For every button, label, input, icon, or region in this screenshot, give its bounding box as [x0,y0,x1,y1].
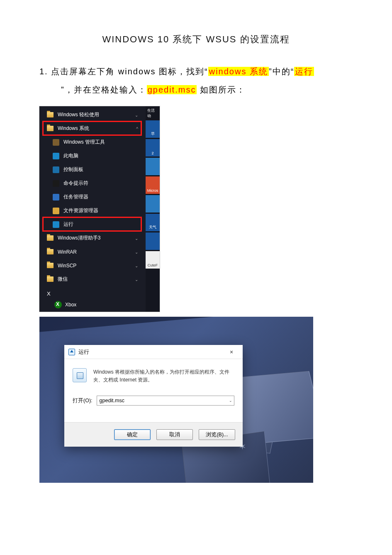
ok-button[interactable]: 确定 [114,429,151,440]
step-text-part: ”，并在空格处输入： [61,85,147,94]
start-menu-item-label: Windows 系统 [58,125,89,132]
start-menu-folder[interactable]: Windows 轻松使用⌄ [44,108,141,122]
start-menu-item-label: Windows 管理工具 [63,139,105,146]
start-menu-item-label: WinRAR [58,249,77,255]
tile-group-header: 生活动 [146,106,160,120]
start-menu-app-item[interactable]: 任务管理器 [44,190,141,204]
start-tile[interactable]: 早 [146,120,160,138]
step-text-part: ”中的“ [269,67,294,76]
app-icon [53,153,59,159]
start-menu-app-item[interactable]: 此电脑 [44,149,141,163]
start-menu-app-item[interactable]: 文件资源管理器 [44,204,141,218]
chevron-icon[interactable]: ⌄ [135,263,138,268]
run-dialog-window: 运行 × Windows 将根据你所输入的名称，为你打开相应的程序、文件夹、文档… [64,345,243,447]
run-body-icon [73,368,87,382]
start-menu-item-label: 运行 [63,221,73,228]
xbox-label: Xbox [65,302,76,308]
start-tile[interactable]: 2 [146,139,160,156]
start-tile[interactable] [146,232,160,250]
app-icon [53,194,59,200]
highlight-windows-system: windows 系统 [208,67,269,76]
app-icon [53,139,59,146]
start-menu-item-label: 微信 [58,276,68,283]
run-dialog-title: 运行 [78,348,223,356]
close-button[interactable]: × [223,347,240,357]
run-dialog-titlebar[interactable]: 运行 × [64,345,243,359]
chevron-icon[interactable]: ⌄ [135,277,138,281]
document-title: WINDOWS 10 系统下 WSUS 的设置流程 [39,33,353,46]
xbox-icon [54,301,62,308]
start-menu-xbox-item[interactable]: Xbox [54,301,76,308]
start-menu-item-label: 控制面板 [63,166,83,173]
step-number: 1. [39,67,48,76]
chevron-down-icon[interactable]: ⌄ [229,399,232,403]
background-decoration [39,317,313,333]
app-icon [53,180,59,187]
run-open-combobox[interactable]: gpedit.msc ⌄ [97,396,234,406]
start-menu-screenshot: Windows 轻松使用⌄Windows 系统^Windows 管理工具此电脑控… [39,106,160,312]
run-open-value: gpedit.msc [100,398,124,403]
step-1-text: 1. 点击屏幕左下角 windows 图标，找到“windows 系统”中的“运… [39,62,353,99]
start-tile[interactable]: 天气 [146,214,160,231]
folder-icon [47,235,54,241]
run-dialog-screenshot: ✶ 运行 × Windows 将根据你所输入的名称，为你打开相应的程序、文件夹、… [39,317,313,483]
step-text-part: 点击屏幕左下角 windows 图标，找到“ [51,67,208,76]
start-menu-app-item[interactable]: 运行 [44,218,141,231]
start-tile[interactable] [146,195,160,213]
start-menu-item-label: 任务管理器 [63,193,88,200]
start-menu-folder[interactable]: Windows清理助手3⌄ [44,231,141,245]
start-menu-item-label: 命令提示符 [63,180,88,187]
start-menu-item-label: 文件资源管理器 [63,207,98,214]
start-menu-item-label: Windows清理助手3 [58,235,100,242]
folder-icon [47,126,54,131]
start-menu-item-label: WinSCP [58,263,76,269]
folder-icon [47,112,54,117]
app-icon [53,166,59,173]
cancel-button[interactable]: 取消 [156,429,193,440]
start-menu-folder[interactable]: WinSCP⌄ [44,259,141,272]
run-description-text: Windows 将根据你所输入的名称，为你打开相应的程序、文件夹、文档或 Int… [93,368,234,384]
open-label: 打开(O): [73,397,93,404]
start-menu-app-item[interactable]: 命令提示符 [44,176,141,190]
app-icon [53,208,59,214]
step-text-part: 如图所示： [197,85,246,94]
highlight-run-prefix: 运行 [294,67,314,76]
chevron-icon[interactable]: ^ [136,126,138,131]
folder-icon [47,276,54,282]
start-menu-app-item[interactable]: Windows 管理工具 [44,135,141,149]
start-menu-item-label: Windows 轻松使用 [58,111,99,118]
alphabet-index-letter[interactable]: X [47,291,51,297]
start-menu-app-list: Windows 轻松使用⌄Windows 系统^Windows 管理工具此电脑控… [44,108,141,286]
start-menu-folder[interactable]: 微信⌄ [44,272,141,286]
highlight-gpedit: gpedit.msc [147,85,197,94]
start-menu-tiles: 生活动 早2Micros天气CuteF [146,106,160,312]
chevron-icon[interactable]: ⌄ [135,112,138,117]
chevron-icon[interactable]: ⌄ [135,236,138,240]
folder-icon [47,263,54,268]
start-menu-folder[interactable]: WinRAR⌄ [44,245,141,259]
start-tile[interactable]: CuteF [146,251,160,269]
start-tile[interactable]: Micros [146,176,160,194]
chevron-icon[interactable]: ⌄ [135,249,138,254]
run-dialog-button-row: 确定 取消 浏览(B)... [64,422,243,447]
start-tile[interactable] [146,158,160,175]
start-menu-app-item[interactable]: 控制面板 [44,163,141,176]
browse-button[interactable]: 浏览(B)... [199,429,235,440]
start-menu-item-label: 此电脑 [63,152,78,159]
run-icon [68,349,75,355]
app-icon [53,221,59,228]
folder-icon [47,249,54,254]
start-menu-folder[interactable]: Windows 系统^ [44,122,141,135]
